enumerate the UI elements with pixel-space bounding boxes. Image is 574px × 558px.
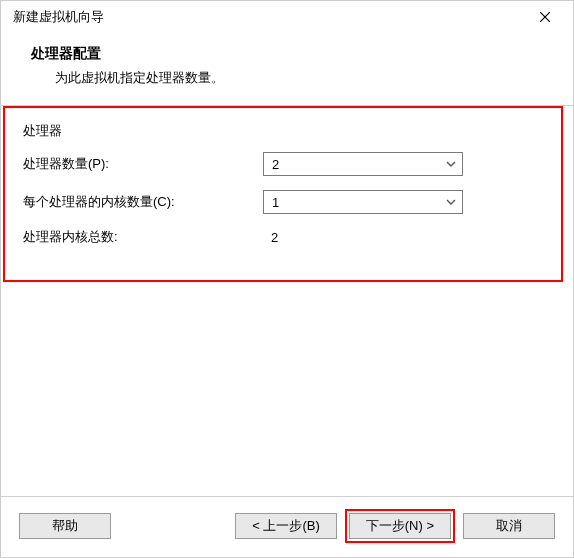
row-cores-per-processor: 每个处理器的内核数量(C): 1 [23,190,547,214]
cancel-button[interactable]: 取消 [463,513,555,539]
label-cores-per-processor: 每个处理器的内核数量(C): [23,193,263,211]
processor-count-select[interactable]: 2 [263,152,463,176]
close-button[interactable] [525,3,565,31]
wizard-footer: 帮助 < 上一步(B) 下一步(N) > 取消 [1,496,573,557]
group-label-processor: 处理器 [23,122,547,140]
content-area: 处理器 处理器数量(P): 2 每个处理器的内核数量(C): [1,106,573,496]
chevron-down-icon [446,161,456,167]
chevron-down-icon [446,199,456,205]
back-button[interactable]: < 上一步(B) [235,513,337,539]
page-description: 为此虚拟机指定处理器数量。 [55,69,543,87]
cores-per-processor-value: 1 [272,195,446,210]
titlebar: 新建虚拟机向导 [1,1,573,33]
highlight-annotation: 处理器 处理器数量(P): 2 每个处理器的内核数量(C): [3,106,563,282]
total-cores-value: 2 [263,230,463,245]
new-vm-wizard-dialog: 新建虚拟机向导 处理器配置 为此虚拟机指定处理器数量。 处理器 处理器数量(P)… [0,0,574,558]
label-total-cores: 处理器内核总数: [23,228,263,246]
cores-per-processor-select[interactable]: 1 [263,190,463,214]
wizard-header: 处理器配置 为此虚拟机指定处理器数量。 [1,33,573,105]
row-total-cores: 处理器内核总数: 2 [23,228,547,246]
control-total-cores: 2 [263,230,463,245]
highlight-next-annotation: 下一步(N) > [345,509,455,543]
processor-count-value: 2 [272,157,446,172]
row-processor-count: 处理器数量(P): 2 [23,152,547,176]
dialog-title: 新建虚拟机向导 [13,8,525,26]
page-title: 处理器配置 [31,45,543,63]
next-button[interactable]: 下一步(N) > [349,513,451,539]
processor-group: 处理器 处理器数量(P): 2 每个处理器的内核数量(C): [5,108,561,280]
control-processor-count: 2 [263,152,463,176]
help-button[interactable]: 帮助 [19,513,111,539]
label-processor-count: 处理器数量(P): [23,155,263,173]
close-icon [540,12,550,22]
control-cores-per-processor: 1 [263,190,463,214]
